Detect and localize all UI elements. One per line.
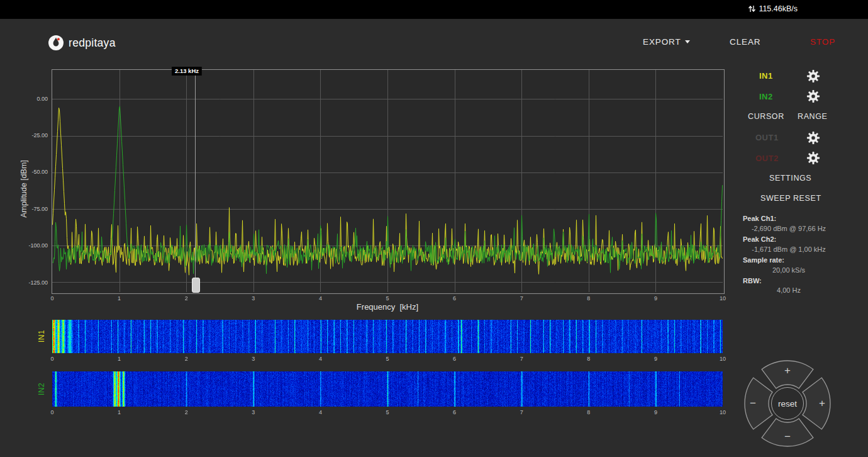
peak-ch2-label: Peak Ch2: bbox=[743, 235, 776, 243]
x-tick-label: 5 bbox=[386, 409, 389, 415]
waterfall-in1-label: IN1 bbox=[37, 330, 46, 342]
x-tick-label: 0 bbox=[50, 356, 53, 362]
x-tick-label: 1 bbox=[118, 295, 121, 302]
x-tick-label: 4 bbox=[319, 295, 322, 302]
waterfall-in1-tick-row: 012345678910 bbox=[52, 356, 723, 363]
joystick-right-button[interactable]: + bbox=[819, 397, 825, 410]
clear-button[interactable]: CLEAR bbox=[730, 37, 761, 47]
spectrum-plot: 2.13 kHz bbox=[52, 69, 725, 294]
x-tick-label: 6 bbox=[453, 409, 456, 415]
x-tick-label: 2 bbox=[185, 409, 188, 415]
y-tick-label: -75.00 bbox=[31, 206, 48, 212]
channel-out2-button[interactable]: OUT2 bbox=[755, 154, 779, 163]
sweep-reset-button[interactable]: SWEEP RESET bbox=[760, 194, 821, 203]
channel-out1-button[interactable]: OUT1 bbox=[755, 133, 779, 142]
x-tick-label: 0 bbox=[50, 409, 53, 415]
waterfall-in2-canvas bbox=[52, 371, 723, 407]
x-tick-label: 9 bbox=[654, 295, 657, 302]
spectrum-canvas[interactable] bbox=[52, 70, 723, 292]
in2-settings-gear-icon[interactable] bbox=[806, 89, 820, 103]
caret-down-icon bbox=[685, 40, 690, 43]
x-tick-label: 6 bbox=[453, 356, 456, 362]
y-tick-label: -50.00 bbox=[31, 169, 48, 175]
statusbar: 115.46kB/s bbox=[0, 0, 868, 19]
x-tick-label: 2 bbox=[185, 295, 188, 302]
export-button[interactable]: EXPORT bbox=[643, 37, 690, 47]
joystick-segment-left[interactable] bbox=[745, 378, 772, 429]
x-tick-label: 7 bbox=[520, 295, 523, 302]
stop-button[interactable]: STOP bbox=[810, 37, 835, 47]
peak-ch2-value: -1,671 dBm @ 1,00 kHz bbox=[741, 245, 837, 253]
out1-settings-gear-icon[interactable] bbox=[806, 131, 820, 145]
out2-settings-gear-icon[interactable] bbox=[806, 151, 820, 165]
x-tick-label: 4 bbox=[319, 356, 322, 362]
x-tick-label: 10 bbox=[720, 295, 726, 302]
x-tick-label: 4 bbox=[319, 409, 322, 415]
x-tick-label: 8 bbox=[587, 409, 590, 415]
export-label: EXPORT bbox=[643, 37, 681, 47]
x-tick-label: 8 bbox=[587, 356, 590, 362]
x-tick-label: 7 bbox=[520, 356, 523, 362]
cursor-button[interactable]: CURSOR bbox=[748, 112, 784, 121]
logo: redpitaya bbox=[48, 35, 116, 51]
y-tick-label: -100.00 bbox=[28, 242, 48, 249]
waterfall-in1-canvas bbox=[52, 320, 723, 353]
x-tick-label: 3 bbox=[252, 356, 255, 362]
logo-text: redpitaya bbox=[69, 37, 116, 50]
x-tick-label: 8 bbox=[587, 295, 590, 302]
joystick-segment-right[interactable] bbox=[803, 378, 830, 429]
x-tick-label: 6 bbox=[453, 295, 456, 302]
x-tick-label: 5 bbox=[386, 356, 389, 362]
x-tick-label: 0 bbox=[50, 295, 53, 302]
cursor-handle[interactable] bbox=[192, 278, 200, 293]
x-tick-label: 3 bbox=[252, 409, 255, 415]
x-tick-label: 3 bbox=[252, 295, 255, 302]
channel-in1-button[interactable]: IN1 bbox=[759, 71, 773, 81]
x-tick-label: 7 bbox=[520, 409, 523, 415]
joystick-down-button[interactable]: − bbox=[784, 431, 791, 443]
x-axis-title: Frequency [kHz] bbox=[52, 302, 723, 312]
network-updown-arrows-icon bbox=[748, 4, 756, 13]
rbw-label: RBW: bbox=[743, 277, 762, 285]
cursor-frequency-label: 2.13 kHz bbox=[172, 67, 202, 76]
redpitaya-flame-icon bbox=[48, 35, 64, 51]
range-button[interactable]: RANGE bbox=[798, 112, 827, 121]
network-speed: 115.46kB/s bbox=[759, 4, 798, 13]
y-tick-labels: 0.00-25.00-50.00-75.00-100.00-125.00 bbox=[24, 69, 49, 293]
y-tick-label: -25.00 bbox=[31, 132, 48, 138]
y-tick-label: -125.00 bbox=[28, 279, 48, 286]
joystick-up-button[interactable]: + bbox=[784, 364, 791, 377]
peak-ch1-label: Peak Ch1: bbox=[743, 215, 776, 222]
y-tick-label: 0.00 bbox=[36, 96, 48, 102]
x-tick-label: 9 bbox=[654, 409, 657, 415]
in1-settings-gear-icon[interactable] bbox=[806, 69, 820, 83]
sample-rate-label: Sample rate: bbox=[743, 256, 784, 264]
x-tick-label: 10 bbox=[720, 409, 726, 415]
sample-rate-value: 20,00 kS/s bbox=[741, 266, 837, 274]
cursor-line[interactable] bbox=[195, 70, 196, 292]
network-status: 115.46kB/s bbox=[748, 4, 798, 13]
joystick-left-button[interactable]: − bbox=[750, 397, 756, 410]
x-tick-label: 2 bbox=[185, 356, 188, 362]
reset-button[interactable]: reset bbox=[771, 387, 804, 420]
waterfall-in2-tick-row: 012345678910 bbox=[52, 409, 723, 417]
x-tick-label: 10 bbox=[720, 356, 726, 362]
waterfall-in2-label: IN2 bbox=[37, 383, 46, 395]
channel-in2-button[interactable]: IN2 bbox=[759, 92, 773, 101]
settings-button[interactable]: SETTINGS bbox=[769, 174, 811, 183]
x-tick-label: 1 bbox=[118, 356, 121, 362]
x-tick-label: 9 bbox=[654, 356, 657, 362]
peak-ch1-value: -2,690 dBm @ 97,66 Hz bbox=[741, 225, 837, 232]
rbw-value: 4,00 Hz bbox=[741, 286, 837, 294]
x-tick-label: 1 bbox=[118, 409, 121, 415]
x-tick-label: 5 bbox=[386, 295, 389, 302]
